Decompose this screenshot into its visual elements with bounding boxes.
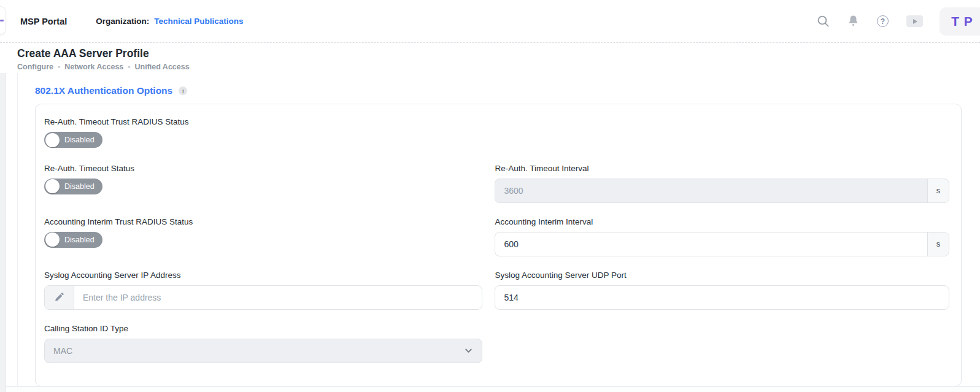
- breadcrumb-item-unified-access[interactable]: Unified Access: [135, 63, 190, 71]
- empty-cell: [495, 324, 949, 363]
- syslog-ip-input[interactable]: [74, 286, 482, 309]
- seconds-unit-suffix: s: [927, 233, 949, 256]
- organization-link[interactable]: Technical Publications: [154, 17, 243, 26]
- toggle-state-label: Disabled: [64, 136, 95, 144]
- field-syslog-port: Syslog Accounting Server UDP Port: [495, 271, 949, 310]
- page-title: Create AAA Server Profile: [17, 47, 963, 60]
- breadcrumb-separator: -: [128, 63, 130, 71]
- field-label: Syslog Accounting Server IP Address: [44, 271, 482, 280]
- field-label: Re-Auth. Timeout Status: [44, 164, 482, 173]
- field-label: Re-Auth. Timeout Interval: [495, 164, 949, 173]
- seconds-unit-suffix: s: [927, 179, 949, 202]
- video-tour-icon[interactable]: [906, 15, 923, 27]
- field-label: Accounting Interim Interval: [495, 217, 949, 226]
- info-icon[interactable]: !: [179, 86, 187, 95]
- sidebar-toggle-icon: [0, 20, 4, 21]
- reauth-interval-input: [495, 179, 927, 202]
- field-label: Syslog Accounting Server UDP Port: [495, 271, 949, 280]
- breadcrumb-item-configure[interactable]: Configure: [17, 63, 53, 71]
- toggle-knob: [45, 179, 60, 193]
- acct-trust-toggle[interactable]: Disabled: [44, 232, 102, 248]
- field-label: Re-Auth. Timeout Trust RADIUS Status: [44, 117, 482, 126]
- section-title: 802.1X Authentication Options: [35, 85, 172, 96]
- play-triangle-icon: [913, 19, 917, 24]
- toggle-knob: [45, 133, 60, 147]
- bottom-strip: [7, 386, 980, 392]
- selected-value: MAC: [53, 346, 72, 356]
- help-icon[interactable]: ?: [877, 15, 889, 27]
- reauth-status-toggle[interactable]: Disabled: [44, 179, 102, 194]
- toggle-knob: [45, 233, 60, 247]
- field-syslog-ip: Syslog Accounting Server IP Address: [44, 271, 482, 310]
- field-reauth-status: Re-Auth. Timeout Status Disabled: [44, 164, 482, 203]
- chevron-down-icon: [464, 346, 473, 355]
- syslog-port-input[interactable]: [495, 286, 949, 309]
- main-area: 802.1X Authentication Options ! Re-Auth.…: [0, 73, 980, 392]
- page-title-block: Create AAA Server Profile Configure-Netw…: [0, 43, 980, 72]
- field-calling-station-id: Calling Station ID Type MAC: [44, 324, 482, 363]
- reauth-trust-toggle[interactable]: Disabled: [44, 132, 102, 148]
- help-glyph: ?: [877, 15, 889, 27]
- acct-interval-input[interactable]: [495, 233, 927, 256]
- breadcrumb-separator: -: [58, 63, 60, 71]
- empty-cell: [495, 117, 949, 150]
- search-icon[interactable]: [817, 15, 830, 28]
- collapsed-nav-rail[interactable]: [0, 73, 6, 392]
- sidebar-collapse-button[interactable]: [0, 6, 6, 35]
- organization-label: Organization:: [96, 17, 149, 26]
- field-reauth-interval: Re-Auth. Timeout Interval s: [495, 164, 949, 203]
- breadcrumb: Configure-Network Access-Unified Access: [17, 63, 963, 71]
- header-icon-group: ?: [817, 15, 923, 28]
- field-acct-trust: Accounting Interim Trust RADIUS Status D…: [44, 217, 482, 256]
- top-header: MSP Portal Organization: Technical Publi…: [0, 0, 980, 43]
- field-label: Accounting Interim Trust RADIUS Status: [44, 217, 482, 226]
- user-avatar[interactable]: T P: [939, 7, 980, 36]
- form-content: 802.1X Authentication Options ! Re-Auth.…: [35, 85, 962, 386]
- breadcrumb-item-network-access[interactable]: Network Access: [64, 63, 123, 71]
- field-label: Calling Station ID Type: [44, 324, 482, 333]
- edit-pencil-icon[interactable]: [45, 286, 74, 309]
- content-left-divider: [17, 73, 18, 392]
- brand-title: MSP Portal: [20, 17, 67, 26]
- field-acct-interval: Accounting Interim Interval s: [495, 217, 949, 256]
- bell-icon[interactable]: [847, 15, 859, 28]
- toggle-state-label: Disabled: [64, 236, 95, 244]
- options-card: Re-Auth. Timeout Trust RADIUS Status Dis…: [35, 104, 962, 386]
- field-reauth-trust: Re-Auth. Timeout Trust RADIUS Status Dis…: [44, 117, 482, 150]
- calling-station-id-select: MAC: [44, 339, 482, 363]
- toggle-state-label: Disabled: [64, 182, 95, 191]
